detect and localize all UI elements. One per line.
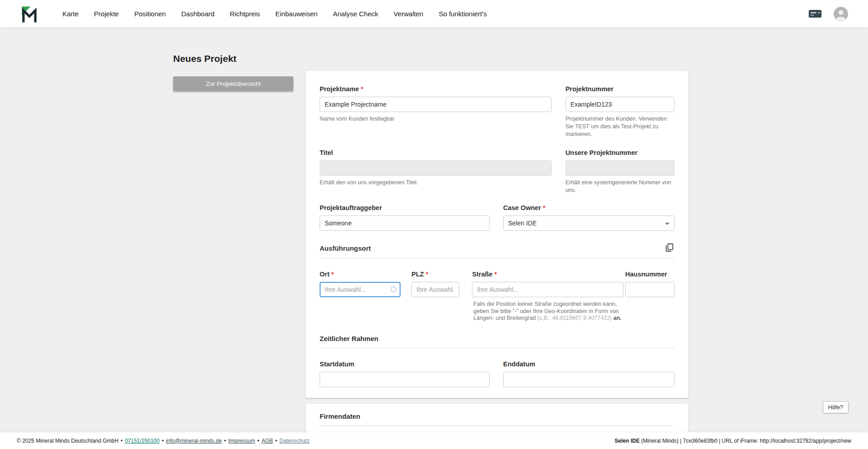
- projektname-label: Projektname*: [320, 84, 552, 94]
- nav-item-analyse-check[interactable]: Analyse Check: [333, 10, 378, 18]
- nav-item-positionen[interactable]: Positionen: [134, 10, 166, 18]
- footer-left: © 2025 Mineral Minds Deutschland GmbH • …: [17, 438, 310, 444]
- chevron-down-icon: [665, 223, 670, 225]
- strasse-helper: Falls die Position keiner Straße zugeord…: [473, 301, 623, 322]
- user-avatar[interactable]: [834, 7, 848, 21]
- required-asterisk: *: [361, 85, 363, 93]
- section-title-firmendaten: Firmendaten: [320, 412, 360, 420]
- nav-item-verwalten[interactable]: Verwalten: [394, 10, 424, 18]
- server-icon[interactable]: [808, 9, 822, 19]
- projektauftraggeber-label: Projektauftraggeber: [320, 203, 490, 212]
- page-title: Neues Projekt: [173, 53, 236, 64]
- unsere-projektnummer-label: Unsere Projektnummer: [566, 148, 675, 157]
- projektnummer-label: Projektnummer: [566, 84, 675, 94]
- nav-item-so-funktionierts[interactable]: So funktioniert's: [439, 10, 486, 18]
- footer-copyright: © 2025 Mineral Minds Deutschland GmbH: [17, 438, 118, 444]
- section-title-ausfuehrungsort: Ausführungsort: [320, 244, 371, 252]
- titel-label: Titel: [320, 148, 552, 157]
- nav-item-karte[interactable]: Karte: [62, 10, 79, 18]
- case-owner-selected-value: Selen IDE: [508, 220, 537, 227]
- case-owner-select[interactable]: Selen IDE: [503, 215, 675, 231]
- enddatum-input[interactable]: [503, 372, 675, 387]
- projektnummer-helper: Projektnummer des Kunden. Verwenden Sie …: [566, 115, 675, 138]
- hausnummer-input[interactable]: [625, 282, 675, 297]
- nav-item-richtpreis[interactable]: Richtpreis: [230, 10, 260, 18]
- required-asterisk: *: [543, 204, 546, 211]
- enddatum-label: Enddatum: [503, 360, 675, 369]
- titel-helper: Erhält den von uns vorgegebenen Titel.: [320, 179, 552, 187]
- unsere-projektnummer-input: [566, 160, 675, 176]
- firmendaten-card: Firmendaten: [306, 404, 689, 432]
- plz-input[interactable]: [411, 282, 459, 297]
- case-owner-label: Case Owner*: [503, 203, 675, 212]
- section-title-zeitlicher-rahmen: Zeitlicher Rahmen: [320, 335, 378, 342]
- back-to-projects-button[interactable]: Zur Projektübersicht: [173, 76, 293, 91]
- projektnummer-input[interactable]: [566, 97, 675, 112]
- ort-input[interactable]: [320, 282, 401, 297]
- nav-item-einbauweisen[interactable]: Einbauweisen: [275, 10, 317, 18]
- ort-label: Ort*: [320, 270, 401, 279]
- unsere-projektnummer-helper: Erhält eine systemgenerierte Nummer von …: [566, 179, 675, 194]
- footer-email-link[interactable]: info@mineral-minds.de: [166, 438, 222, 444]
- help-button[interactable]: Hilfe?: [823, 401, 849, 413]
- strasse-label: Straße*: [472, 270, 623, 279]
- startdatum-label: Startdatum: [320, 360, 490, 369]
- nav-item-dashboard[interactable]: Dashboard: [181, 10, 214, 18]
- required-asterisk: *: [494, 271, 497, 278]
- footer-agb-link[interactable]: AGB: [261, 438, 273, 444]
- footer-impressum-link[interactable]: Impressum: [228, 438, 255, 444]
- footer-phone-link[interactable]: 07151/250100: [125, 438, 160, 444]
- startdatum-input[interactable]: [320, 372, 490, 387]
- footer-datenschutz-link[interactable]: Datenschutz: [279, 438, 310, 444]
- strasse-input[interactable]: [472, 282, 623, 297]
- plz-label: PLZ*: [411, 270, 459, 279]
- required-asterisk: *: [426, 271, 429, 278]
- project-form-card: Projektname* Name vom Kunden festlegbar …: [306, 71, 689, 398]
- main-navigation: Karte Projekte Positionen Dashboard Rich…: [62, 10, 487, 18]
- projektname-helper: Name vom Kunden festlegbar: [320, 115, 552, 123]
- copy-icon[interactable]: [665, 243, 675, 253]
- mineral-minds-logo[interactable]: [20, 5, 39, 23]
- hausnummer-label: Hausnummer: [625, 270, 675, 279]
- projektname-input[interactable]: [320, 97, 552, 112]
- nav-item-projekte[interactable]: Projekte: [94, 10, 119, 18]
- footer-session-user: Selen IDE: [615, 438, 640, 444]
- top-navbar: Karte Projekte Positionen Dashboard Rich…: [0, 0, 868, 28]
- titel-input: [320, 160, 552, 176]
- footer: © 2025 Mineral Minds Deutschland GmbH • …: [0, 432, 868, 449]
- projektauftraggeber-input[interactable]: [320, 215, 490, 231]
- required-asterisk: *: [331, 271, 334, 278]
- footer-session-info: Selen IDE (Mineral Minds) | 7ce360e83fb0…: [615, 438, 851, 444]
